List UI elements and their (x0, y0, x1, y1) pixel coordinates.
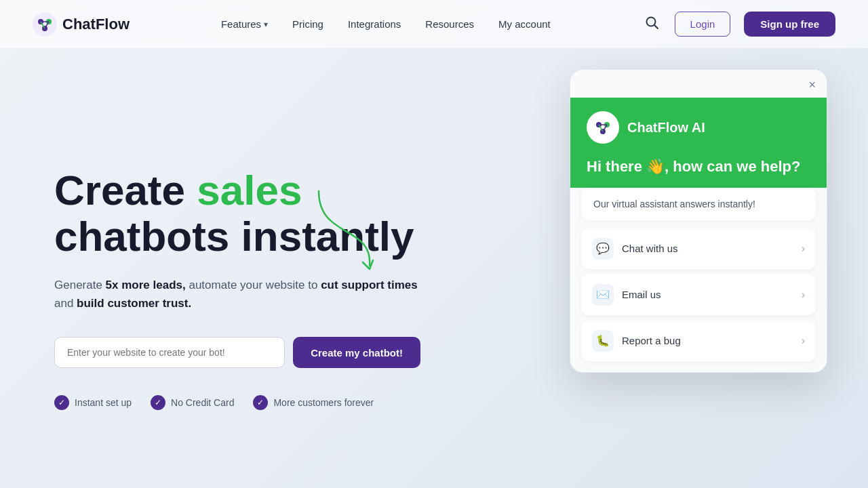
arrow-right-icon: › (802, 289, 805, 301)
widget-brand: ChatFlow AI (587, 111, 810, 144)
create-chatbot-button[interactable]: Create my chatbot! (293, 337, 420, 368)
svg-point-9 (591, 115, 615, 140)
nav-integrations[interactable]: Integrations (348, 18, 401, 30)
nav-pricing[interactable]: Pricing (292, 18, 323, 30)
chat-widget: × ChatFlow AI (570, 69, 827, 373)
svg-point-0 (33, 12, 57, 37)
hero-content: Create sales chatbots instantly Generate… (54, 167, 420, 411)
hero-section: Create sales chatbots instantly Generate… (0, 49, 868, 488)
chevron-down-icon: ▾ (264, 20, 268, 29)
search-button[interactable] (642, 13, 661, 35)
nav-features[interactable]: Features ▾ (221, 18, 268, 30)
navbar: ChatFlow Features ▾ Pricing Integrations… (0, 0, 868, 49)
widget-options: 💬 Chat with us › ✉️ Email us › (581, 228, 816, 361)
check-icon: ✓ (151, 395, 165, 410)
nav-right: Login Sign up free (642, 12, 835, 37)
widget-avatar (587, 111, 619, 144)
hero-subtitle: Generate 5x more leads, automate your we… (54, 276, 420, 312)
widget-option-bug[interactable]: 🐛 Report a bug › (581, 321, 816, 361)
check-icon: ✓ (253, 395, 268, 410)
hero-title: Create sales chatbots instantly (54, 167, 420, 260)
chat-icon: 💬 (592, 238, 614, 260)
widget-close-bar: × (570, 70, 827, 98)
email-icon: ✉️ (592, 284, 614, 306)
widget-header: ChatFlow AI Hi there 👋, how can we help? (570, 98, 827, 196)
signup-button[interactable]: Sign up free (744, 12, 835, 37)
hero-badges: ✓ Instant set up ✓ No Credit Card ✓ More… (54, 395, 420, 410)
badge-instant-setup: ✓ Instant set up (54, 395, 132, 410)
svg-line-8 (654, 25, 658, 28)
widget-brand-name: ChatFlow AI (627, 120, 705, 136)
website-input[interactable] (54, 337, 285, 368)
logo[interactable]: ChatFlow (33, 12, 130, 37)
check-icon: ✓ (54, 395, 69, 410)
nav-links: Features ▾ Pricing Integrations Resource… (221, 18, 551, 30)
arrow-right-icon: › (802, 243, 805, 255)
logo-text: ChatFlow (62, 16, 130, 33)
chat-widget-card: × ChatFlow AI (570, 69, 827, 373)
nav-my-account[interactable]: My account (498, 18, 551, 30)
widget-greeting: Hi there 👋, how can we help? (587, 157, 810, 177)
widget-close-button[interactable]: × (808, 78, 816, 92)
login-button[interactable]: Login (675, 12, 731, 37)
badge-no-credit-card: ✓ No Credit Card (151, 395, 234, 410)
widget-option-email[interactable]: ✉️ Email us › (581, 274, 816, 315)
nav-resources[interactable]: Resources (425, 18, 474, 30)
hero-form: Create my chatbot! (54, 337, 420, 368)
widget-body: Our virtual assistant answers instantly!… (570, 188, 827, 372)
widget-virtual-message: Our virtual assistant answers instantly! (581, 188, 816, 220)
widget-option-chat[interactable]: 💬 Chat with us › (581, 228, 816, 269)
badge-more-customers: ✓ More customers forever (253, 395, 374, 410)
arrow-right-icon: › (802, 335, 805, 347)
bug-icon: 🐛 (592, 330, 614, 352)
